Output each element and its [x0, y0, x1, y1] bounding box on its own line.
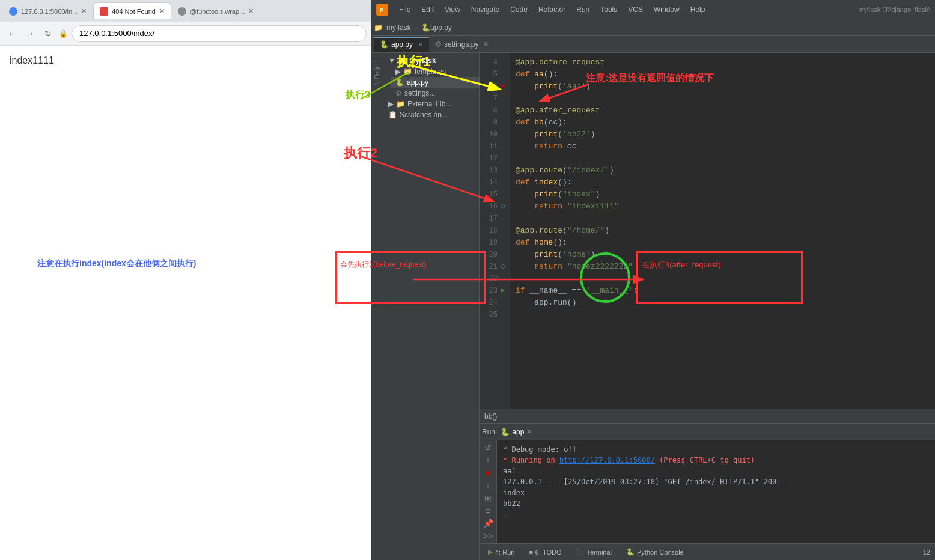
py-icon: 🐍	[395, 78, 404, 87]
run-link[interactable]: http://127.0.0.1:5000/	[559, 456, 655, 464]
tab-icon-3	[178, 7, 186, 16]
tab-close-3[interactable]: ✕	[248, 7, 254, 15]
editor-tab-app-close[interactable]: ✕	[418, 41, 423, 49]
code-editor[interactable]: 4 5 6 7 8 9 10 11 12 13 14 15 16 17 18 1…	[480, 53, 935, 560]
tree-scratches[interactable]: 📋 Scratches an...	[383, 109, 479, 120]
browser-tabs: 127.0.0.1:5000/in... ✕ 404 Not Found ✕ @…	[0, 0, 371, 22]
forward-button[interactable]: →	[23, 26, 37, 41]
editor-tab-settings-label: settings.py	[444, 40, 478, 49]
tab-icon-2	[100, 7, 108, 16]
tree-root[interactable]: ▼ 📁 myflask	[383, 55, 479, 66]
project-path: myflask [J:\django_flask\	[858, 6, 930, 13]
menu-vcs[interactable]: VCS	[623, 4, 648, 15]
ide-menubar: P File Edit View Navigate Code Refactor …	[371, 0, 935, 19]
browser-tab-2[interactable]: 404 Not Found ✕	[93, 2, 171, 19]
run-tab-btn[interactable]: ▶ 4: Run	[484, 547, 518, 557]
folder-icon: 📋	[388, 111, 397, 119]
menu-navigate[interactable]: Navigate	[466, 4, 504, 15]
menu-edit[interactable]: Edit	[416, 4, 439, 15]
tree-templates[interactable]: ▶ 📁 templates	[391, 66, 479, 77]
back-button[interactable]: ←	[5, 26, 19, 41]
bottom-panel-title-bar: bb()	[480, 409, 935, 423]
browser-tab-1[interactable]: 127.0.0.1:5000/in... ✕	[2, 2, 93, 19]
code-line-11: return cc	[516, 141, 930, 153]
code-lines[interactable]: @app.before_request def aa(): print('aa1…	[511, 53, 935, 409]
code-line-6: print('aa1')	[516, 81, 930, 93]
run-restart-btn[interactable]: ↺	[482, 443, 494, 453]
code-line-18: @app.route("/home/")	[516, 225, 930, 237]
run-stop-btn[interactable]: ■	[482, 468, 494, 478]
run-layout-btn[interactable]: ⊞	[482, 493, 494, 504]
tree-root-label: myflask	[409, 56, 436, 65]
menu-run[interactable]: Run	[571, 4, 594, 15]
menu-refactor[interactable]: Refactor	[534, 4, 570, 15]
line-col-text: 12	[923, 549, 930, 556]
todo-tab-label: 6: TODO	[535, 549, 562, 556]
lock-icon: 🔒	[59, 29, 68, 38]
code-line-23: if __name__ == '__main__':	[516, 285, 930, 297]
run-down-btn[interactable]: ↓	[482, 481, 494, 491]
address-input[interactable]	[72, 25, 367, 42]
run-expand-btn[interactable]: >>	[482, 531, 494, 541]
tree-external-lib[interactable]: ▶ 📁 External Lib...	[383, 99, 479, 109]
run-pin-btn[interactable]: 📌	[482, 518, 494, 528]
run-wrap-btn[interactable]: ≡	[482, 505, 494, 516]
run-label: Run:	[482, 428, 497, 436]
code-line-9: def bb(cc):	[516, 117, 930, 129]
code-line-10: print('bb22')	[516, 129, 930, 141]
run-app-tab[interactable]: 🐍 app ✕	[501, 428, 532, 436]
tree-settings-label: settings...	[404, 89, 435, 97]
menu-tools[interactable]: Tools	[595, 4, 622, 15]
python-console-tab-label: Python Console	[637, 549, 684, 556]
menu-view[interactable]: View	[440, 4, 465, 15]
project-tree-panel: ▼ 📁 myflask ▶ 📁 templates 🐍 app.py ⚙ set…	[383, 53, 480, 560]
folder-icon: 📁	[398, 56, 407, 65]
todo-tab-btn[interactable]: ≡ 6: TODO	[525, 547, 565, 557]
run-line-index: index	[503, 487, 929, 498]
run-main: ↺ ↑ ■ ↓ ⊞ ≡ 📌 >> * Debug mode: off * Run…	[480, 440, 935, 543]
code-line-15: print("index")	[516, 189, 930, 201]
tab-close-2[interactable]: ✕	[159, 7, 165, 15]
tab-close-1[interactable]: ✕	[81, 7, 87, 15]
ide-editor-tabs: 🐍 app.py ✕ ⚙ settings.py ✕	[371, 36, 935, 53]
run-content: * Debug mode: off * Running on http://12…	[497, 440, 935, 543]
terminal-tab-btn[interactable]: ⬛ Terminal	[572, 547, 615, 557]
folder-icon: 📁	[403, 67, 412, 76]
menu-file[interactable]: File	[394, 4, 415, 15]
code-line-5: def aa():	[516, 68, 930, 81]
editor-tab-app-label: app.py	[391, 40, 413, 49]
code-line-21: return "homez2222222"	[516, 261, 930, 273]
run-panel: Run: 🐍 app ✕ ↺ ↑ ■ ↓ ⊞ ≡ 📌	[480, 423, 935, 543]
project-folder-icon: 📁	[374, 23, 383, 32]
ide-panel: P File Edit View Navigate Code Refactor …	[371, 0, 935, 560]
menu-help[interactable]: Help	[686, 4, 710, 15]
bottom-panel-title: bb()	[484, 412, 497, 421]
menu-code[interactable]: Code	[505, 4, 532, 15]
todo-icon: ≡	[529, 549, 532, 556]
python-icon: 🐍	[626, 548, 635, 556]
line-col-indicator: 12	[923, 549, 930, 556]
settings-py-icon: ⚙	[435, 40, 442, 49]
browser-tab-3[interactable]: @functools.wrap... ✕	[171, 2, 260, 19]
tab-label-3: @functools.wrap...	[190, 8, 245, 15]
editor-tab-settings-close[interactable]: ✕	[483, 40, 489, 48]
bottom-status-bar: ▶ 4: Run ≡ 6: TODO ⬛ Terminal 🐍 Python C…	[480, 543, 935, 560]
editor-tab-app[interactable]: 🐍 app.py ✕	[374, 37, 429, 52]
menu-window[interactable]: Window	[649, 4, 684, 15]
python-console-tab-btn[interactable]: 🐍 Python Console	[623, 547, 687, 557]
run-tab-label: 4: Run	[495, 549, 514, 556]
refresh-button[interactable]: ↻	[41, 26, 55, 41]
editor-tab-settings[interactable]: ⚙ settings.py ✕	[429, 37, 495, 52]
tab-icon-1	[9, 7, 17, 16]
side-panel-labels: 1: Project	[371, 53, 383, 560]
run-toolbar: ↺ ↑ ■ ↓ ⊞ ≡ 📌 >>	[480, 440, 497, 543]
settings-icon: ⚙	[395, 89, 402, 97]
browser-content: index1111	[0, 46, 371, 560]
run-up-btn[interactable]: ↑	[482, 455, 494, 466]
tree-app-py[interactable]: 🐍 app.py	[391, 77, 479, 88]
tab-label-1: 127.0.0.1:5000/in...	[21, 8, 78, 15]
svg-text:P: P	[380, 7, 383, 13]
code-line-8: @app.after_request	[516, 105, 930, 117]
run-app-close[interactable]: ✕	[526, 428, 532, 436]
tree-settings[interactable]: ⚙ settings...	[391, 88, 479, 99]
